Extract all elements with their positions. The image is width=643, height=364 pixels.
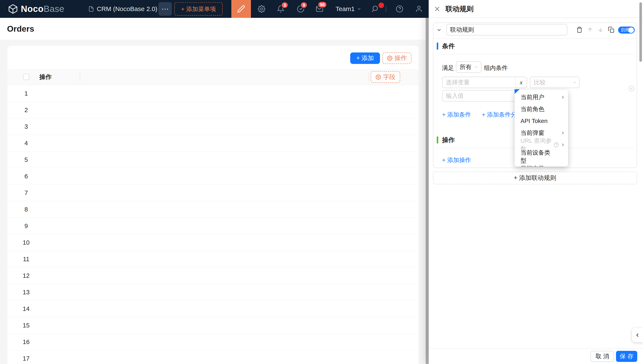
configure-actions-label: 操作 [395, 54, 407, 62]
table-row[interactable]: 4 [8, 135, 418, 152]
help-question-icon[interactable] [396, 5, 403, 13]
row-index: 7 [12, 184, 40, 201]
dropdown-menu-item[interactable]: 当前用户 [515, 91, 568, 103]
menu-item-label: API Token [521, 118, 548, 124]
move-down-icon[interactable] [597, 26, 604, 33]
duplicate-rule-icon[interactable] [608, 26, 614, 33]
row-index: 4 [12, 135, 40, 152]
table-row[interactable]: 2 [8, 102, 418, 118]
table-row[interactable]: 5 [8, 152, 418, 168]
collapse-chevron-icon[interactable] [436, 27, 442, 33]
row-index: 16 [12, 334, 40, 350]
save-button[interactable]: 保 存 [616, 351, 637, 362]
chevron-down-icon [572, 80, 577, 84]
add-menu-item-button[interactable]: + 添加菜单项 [174, 2, 223, 16]
chevron-right-icon [560, 130, 565, 135]
close-icon[interactable] [434, 6, 441, 12]
dropdown-menu-item[interactable]: API Token [515, 115, 568, 127]
row-index: 14 [12, 300, 40, 317]
condition-heading: 条件 [442, 42, 455, 50]
highlighter-pen-icon [237, 5, 245, 13]
add-linkage-rule-label: + 添加联动规则 [514, 174, 556, 182]
table-row[interactable]: 10 [8, 234, 418, 251]
menu-item-label: CRM (NocoBase 2.0) [97, 5, 157, 12]
navbar-divider [386, 6, 386, 12]
table-row[interactable]: 3 [8, 118, 418, 135]
enable-toggle-label: 启用 [621, 26, 629, 34]
row-index: 13 [12, 284, 40, 300]
menu-item-label: 当前弹窗 [521, 129, 544, 137]
table-row[interactable]: 15 [8, 317, 418, 334]
table-row[interactable]: 8 [8, 201, 418, 218]
add-menu-item-label: + 添加菜单项 [181, 5, 216, 13]
row-index: 9 [12, 218, 40, 234]
add-condition-link[interactable]: + 添加条件 [442, 111, 471, 119]
table-row[interactable]: 14 [8, 300, 418, 317]
operator-select[interactable]: 比较 [530, 77, 580, 88]
remove-condition-icon[interactable] [628, 85, 635, 92]
enable-toggle[interactable]: 启用 [618, 26, 635, 34]
team-switcher[interactable]: Team1 [336, 5, 361, 12]
main-scrollbar[interactable] [426, 18, 429, 364]
drawer-header: 联动规则 [429, 0, 643, 18]
value-input[interactable]: 输入值 [442, 90, 527, 102]
menu-more-button[interactable]: ⋯ [158, 2, 172, 16]
brand-text: NocoBase [21, 4, 64, 14]
add-linkage-rule-button[interactable]: + 添加联动规则 [433, 172, 637, 184]
row-index: 11 [12, 251, 40, 267]
search-icon[interactable] [371, 5, 379, 13]
move-up-icon[interactable] [587, 26, 593, 33]
table-row[interactable]: 9 [8, 218, 418, 234]
menu-item-crm[interactable]: CRM (NocoBase 2.0) [88, 5, 157, 12]
column-divider [80, 73, 80, 81]
cancel-button[interactable]: 取 消 [590, 351, 614, 362]
table-row[interactable]: 11 [8, 251, 418, 267]
gear-icon [375, 74, 381, 80]
delete-rule-icon[interactable] [576, 26, 583, 33]
ui-editor-button[interactable] [231, 0, 251, 18]
table-row[interactable]: 17 [8, 350, 418, 364]
configure-fields-button[interactable]: 字段 [371, 71, 400, 83]
table-row[interactable]: 12 [8, 267, 418, 284]
ellipsis-icon: ⋯ [162, 5, 169, 13]
variable-select-input[interactable]: 选择变量 x [442, 77, 527, 88]
configure-actions-button[interactable]: 操作 [382, 52, 411, 64]
rule-name-input[interactable]: 联动规则 [446, 24, 567, 36]
dropdown-menu-item[interactable]: 当前角色 [515, 103, 568, 115]
chevron-down-icon [357, 6, 361, 11]
settings-gear-icon[interactable] [258, 5, 265, 13]
table-row[interactable]: 16 [8, 334, 418, 350]
meet-label: 满足 [442, 64, 454, 72]
row-index: 1 [12, 85, 40, 102]
footer-divider [429, 348, 643, 349]
add-record-button[interactable]: + 添加 [350, 52, 380, 64]
screen: NocoBase CRM (NocoBase 2.0) ⋯ + 添加菜单项 3 … [0, 0, 643, 364]
variable-corner-marker [515, 89, 520, 94]
action-heading: 操作 [442, 136, 455, 144]
chevron-down-icon [474, 65, 478, 69]
operator-placeholder: 比较 [534, 78, 546, 86]
page-header: Orders [0, 18, 429, 40]
condition-section-bar [437, 42, 438, 50]
dropdown-menu-item[interactable]: 当前设备类型 [515, 151, 568, 163]
add-record-label: + 添加 [356, 54, 374, 62]
add-action-link[interactable]: + 添加操作 [442, 156, 471, 164]
table-body: 1 2 3 4 5 6 7 8 9 10 11 12 [8, 85, 418, 364]
chevron-right-icon [560, 142, 565, 147]
row-index: 12 [12, 267, 40, 284]
variable-x-button[interactable]: x [515, 77, 527, 88]
select-all-checkbox[interactable] [23, 74, 29, 80]
row-index: 5 [12, 152, 40, 168]
row-index: 15 [12, 317, 40, 334]
row-index: 10 [12, 234, 40, 251]
nocobase-logo[interactable]: NocoBase [8, 4, 64, 14]
drawer-title: 联动规则 [446, 0, 474, 18]
table-row[interactable]: 13 [8, 284, 418, 300]
meet-mode-select[interactable]: 所有 [456, 61, 481, 73]
table-row[interactable]: 1 [8, 85, 418, 102]
drawer-collapse-handle[interactable] [632, 328, 643, 342]
table-row[interactable]: 7 [8, 184, 418, 201]
user-profile-icon[interactable] [415, 5, 423, 13]
dropdown-scrollbar[interactable] [639, 2, 642, 62]
table-row[interactable]: 6 [8, 168, 418, 184]
